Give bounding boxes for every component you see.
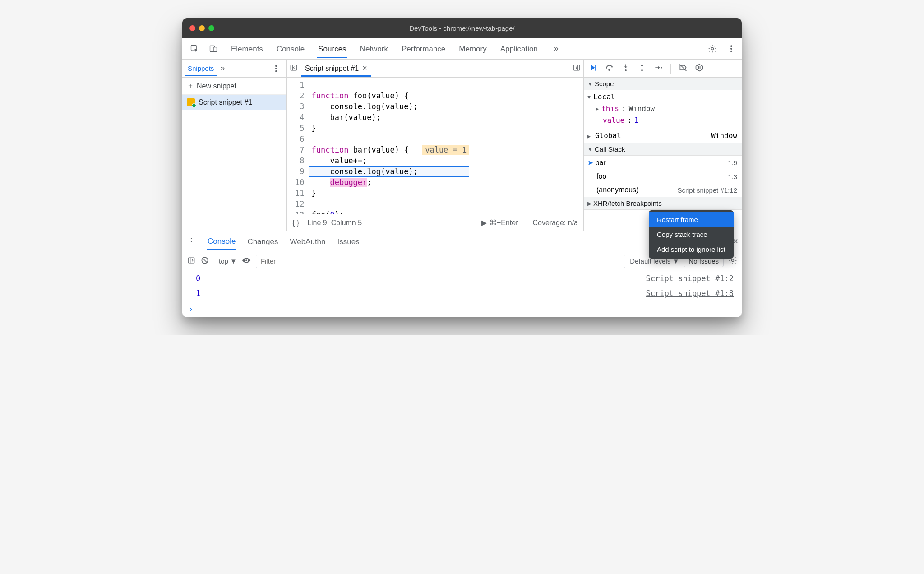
snippet-file-item[interactable]: Script snippet #1 <box>182 95 286 110</box>
run-shortcut-label: ⌘+Enter <box>490 218 518 227</box>
traffic-lights <box>189 25 214 31</box>
sources-panel: Snippets » ＋ New snippet Script snippet … <box>182 60 742 231</box>
debugger-sidebar: ▼Scope ▼Local ▶this: Window value: 1 ▶ G… <box>584 60 742 231</box>
step-button[interactable] <box>653 63 663 74</box>
scope-local: ▼Local ▶this: Window value: 1 <box>584 90 742 129</box>
tab-performance[interactable]: Performance <box>401 39 446 58</box>
close-tab-icon[interactable]: × <box>362 64 367 73</box>
panel-tabs: Elements Console Sources Network Perform… <box>230 39 562 58</box>
drawer-tab-issues[interactable]: Issues <box>337 233 360 250</box>
resume-button[interactable] <box>588 63 598 74</box>
pause-on-exceptions-button[interactable] <box>694 63 704 74</box>
context-add-ignore-list[interactable]: Add script to ignore list <box>649 242 734 257</box>
editor-tabbar: Script snippet #1 × <box>287 60 583 78</box>
scope-global[interactable]: ▶ GlobalWindow <box>584 129 742 143</box>
titlebar: DevTools - chrome://new-tab-page/ <box>182 18 742 38</box>
drawer-close-icon[interactable]: × <box>733 236 738 246</box>
step-into-button[interactable] <box>621 63 631 74</box>
svg-rect-12 <box>595 65 596 70</box>
coverage-label: Coverage: n/a <box>532 219 578 227</box>
console-prompt[interactable]: › <box>182 301 742 317</box>
console-filter-input[interactable] <box>256 255 625 268</box>
svg-point-9 <box>276 70 277 72</box>
svg-rect-17 <box>698 66 699 69</box>
more-navigator-tabs-icon[interactable]: » <box>217 64 228 73</box>
svg-point-22 <box>732 259 734 262</box>
new-snippet-button[interactable]: ＋ New snippet <box>182 78 286 95</box>
callstack-frame[interactable]: foo1:3 <box>584 170 742 183</box>
svg-point-3 <box>711 47 714 50</box>
code-body: function foo(value) { console.log(value)… <box>309 78 469 214</box>
svg-point-21 <box>245 259 247 261</box>
callstack-section-header[interactable]: ▼Call Stack <box>584 143 742 156</box>
toggle-navigator-icon[interactable] <box>290 64 298 74</box>
xhr-breakpoints-header[interactable]: ▶XHR/fetch Breakpoints <box>584 197 742 210</box>
plus-icon: ＋ <box>187 81 194 91</box>
clear-console-icon[interactable] <box>200 256 209 266</box>
new-snippet-label: New snippet <box>197 82 236 90</box>
window-close-button[interactable] <box>189 25 195 31</box>
kebab-menu-icon[interactable] <box>724 41 739 56</box>
window-title: DevTools - chrome://new-tab-page/ <box>182 24 742 32</box>
snippets-tab[interactable]: Snippets <box>185 60 217 76</box>
tab-sources[interactable]: Sources <box>317 39 347 58</box>
svg-rect-19 <box>188 258 194 263</box>
deactivate-breakpoints-button[interactable] <box>678 63 688 74</box>
console-output: 0Script snippet #1:2 1Script snippet #1:… <box>182 271 742 317</box>
toggle-debugger-icon[interactable] <box>573 64 581 74</box>
console-log-row[interactable]: 1Script snippet #1:8 <box>182 286 742 301</box>
editor-status-bar: { } Line 9, Column 5 ▶ ⌘+Enter Coverage:… <box>287 214 583 231</box>
device-toolbar-icon[interactable] <box>206 41 221 56</box>
svg-point-5 <box>731 48 732 49</box>
drawer-tab-console[interactable]: Console <box>207 232 236 250</box>
callstack-frame[interactable]: (anonymous)Script snippet #1:12 <box>584 183 742 197</box>
svg-point-6 <box>731 51 732 52</box>
step-out-button[interactable] <box>637 63 647 74</box>
tab-network[interactable]: Network <box>359 39 389 58</box>
navigator-kebab-icon[interactable] <box>268 61 284 76</box>
tab-application[interactable]: Application <box>499 39 539 58</box>
console-sidebar-toggle-icon[interactable] <box>187 256 196 266</box>
editor-tab-label: Script snippet #1 <box>305 65 359 73</box>
inline-value-hint: value = 1 <box>422 145 469 155</box>
live-expression-icon[interactable] <box>241 257 251 265</box>
execution-context-selector[interactable]: top ▼ <box>219 257 237 265</box>
more-tabs-icon[interactable]: » <box>550 44 562 53</box>
svg-rect-18 <box>700 66 701 69</box>
snippet-file-name: Script snippet #1 <box>199 98 252 106</box>
snippet-file-icon <box>187 98 195 106</box>
tab-console[interactable]: Console <box>276 39 305 58</box>
step-over-button[interactable] <box>605 63 614 74</box>
editor-area: Script snippet #1 × 12345678910111213 fu… <box>287 60 584 231</box>
pretty-print-icon[interactable]: { } <box>292 219 299 227</box>
scope-section-header[interactable]: ▼Scope <box>584 78 742 90</box>
svg-point-16 <box>661 67 662 68</box>
svg-rect-2 <box>213 47 217 51</box>
log-source-link[interactable]: Script snippet #1:2 <box>646 274 734 283</box>
window-maximize-button[interactable] <box>208 25 214 31</box>
console-log-row[interactable]: 0Script snippet #1:2 <box>182 271 742 286</box>
drawer-tab-webauthn[interactable]: WebAuthn <box>289 233 326 250</box>
tab-elements[interactable]: Elements <box>230 39 264 58</box>
editor-file-tab[interactable]: Script snippet #1 × <box>301 60 371 77</box>
window-minimize-button[interactable] <box>199 25 205 31</box>
tab-memory[interactable]: Memory <box>458 39 487 58</box>
play-icon: ▶ <box>481 218 487 227</box>
navigator-tabs: Snippets » <box>182 60 286 78</box>
context-copy-stack-trace[interactable]: Copy stack trace <box>649 227 734 242</box>
code-editor[interactable]: 12345678910111213 function foo(value) { … <box>287 78 583 214</box>
drawer-kebab-icon[interactable]: ⋮ <box>186 236 197 247</box>
context-restart-frame[interactable]: Restart frame <box>649 212 734 227</box>
svg-point-15 <box>641 69 643 71</box>
debugger-controls <box>584 60 742 78</box>
run-snippet-button[interactable]: ▶ ⌘+Enter <box>481 218 518 227</box>
callstack-frame[interactable]: ➤ bar1:9 <box>584 156 742 170</box>
line-gutter: 12345678910111213 <box>287 78 309 214</box>
main-toolbar: Elements Console Sources Network Perform… <box>182 38 742 60</box>
svg-point-7 <box>276 65 277 66</box>
settings-gear-icon[interactable] <box>705 41 720 56</box>
log-source-link[interactable]: Script snippet #1:8 <box>646 289 734 298</box>
inspect-element-icon[interactable] <box>187 41 202 56</box>
cursor-position: Line 9, Column 5 <box>307 219 362 227</box>
drawer-tab-changes[interactable]: Changes <box>246 233 279 250</box>
